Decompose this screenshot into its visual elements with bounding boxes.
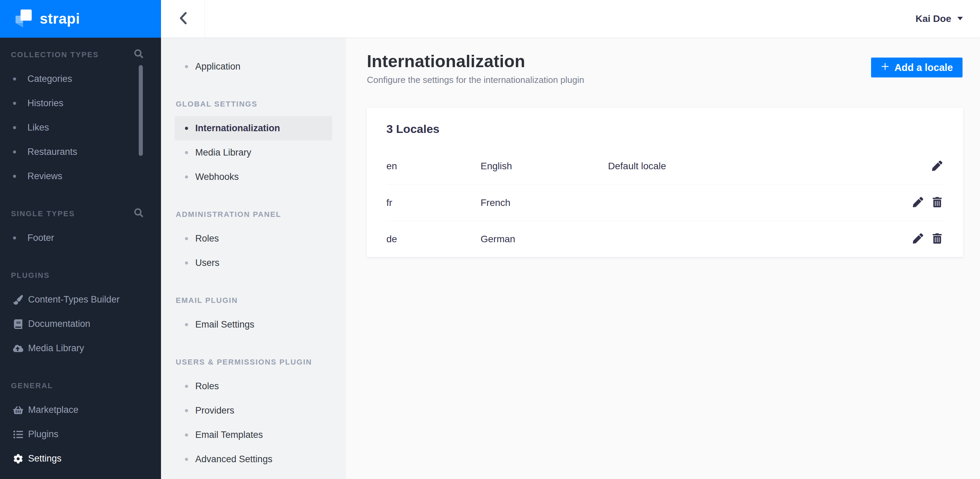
- settings-section-users-permissions: USERS & PERMISSIONS PLUGIN: [161, 350, 346, 374]
- locale-name: English: [480, 161, 608, 172]
- sidebar-item-media-library[interactable]: Media Library: [0, 336, 161, 360]
- plus-icon: [881, 62, 889, 73]
- section-label: COLLECTION TYPES: [11, 50, 99, 59]
- trash-icon: [932, 233, 942, 245]
- settings-nav-email-templates[interactable]: Email Templates: [175, 423, 332, 447]
- bullet-icon: [185, 433, 188, 436]
- settings-nav-media-library[interactable]: Media Library: [175, 140, 332, 165]
- locale-code: fr: [387, 197, 480, 208]
- shopping-basket-icon: [13, 405, 23, 415]
- list-icon: [13, 429, 23, 439]
- page-title: Internationalization: [367, 51, 584, 71]
- gear-icon: [13, 454, 23, 464]
- bullet-icon: [185, 323, 188, 326]
- book-icon: [13, 319, 23, 329]
- locales-card: 3 Locales en English Default locale fr: [367, 108, 963, 257]
- settings-sidebar: Application GLOBAL SETTINGS Internationa…: [161, 38, 346, 479]
- bullet-icon: [13, 126, 16, 129]
- paint-brush-icon: [13, 294, 23, 305]
- main-content: Internationalization Configure the setti…: [346, 38, 980, 479]
- locales-count-title: 3 Locales: [387, 108, 944, 136]
- locale-row-fr: fr French: [387, 185, 944, 221]
- section-general: GENERAL Marketplace Plugins Settings: [0, 374, 161, 471]
- sidebar-item-restaurants[interactable]: Restaurants: [0, 140, 161, 164]
- settings-nav-email-settings[interactable]: Email Settings: [175, 312, 332, 337]
- bullet-icon: [185, 127, 188, 130]
- back-button[interactable]: [161, 0, 205, 37]
- bullet-icon: [185, 261, 188, 264]
- top-header: Kai Doe: [161, 0, 980, 38]
- strapi-logo-icon: [14, 8, 33, 29]
- edit-locale-button[interactable]: [912, 196, 924, 209]
- locale-row-de: de German: [387, 221, 944, 257]
- sidebar-item-content-types-builder[interactable]: Content-Types Builder: [0, 288, 161, 312]
- add-locale-button[interactable]: Add a locale: [871, 57, 963, 78]
- brand-name: strapi: [40, 11, 80, 27]
- search-icon[interactable]: [134, 49, 143, 60]
- sidebar-item-marketplace[interactable]: Marketplace: [0, 398, 161, 422]
- bullet-icon: [13, 236, 16, 240]
- strapi-logo[interactable]: strapi: [0, 0, 161, 38]
- bullet-icon: [13, 102, 16, 105]
- section-collection-types: COLLECTION TYPES Categories Histories Li…: [0, 43, 161, 188]
- bullet-icon: [185, 458, 188, 461]
- settings-nav-providers[interactable]: Providers: [175, 398, 332, 423]
- cloud-upload-icon: [13, 343, 23, 353]
- pencil-icon: [913, 197, 923, 208]
- sidebar-item-reviews[interactable]: Reviews: [0, 164, 161, 188]
- settings-nav-admin-roles[interactable]: Roles: [175, 226, 332, 251]
- locale-code: de: [387, 234, 480, 245]
- sidebar-item-likes[interactable]: Likes: [0, 115, 161, 140]
- section-single-types: SINGLE TYPES Footer: [0, 202, 161, 250]
- trash-icon: [932, 197, 942, 208]
- search-icon[interactable]: [134, 208, 143, 219]
- delete-locale-button[interactable]: [931, 232, 944, 246]
- section-plugins: PLUGINS Content-Types Builder Documentat…: [0, 263, 161, 360]
- settings-nav-internationalization[interactable]: Internationalization: [175, 116, 332, 140]
- chevron-left-icon: [178, 11, 188, 26]
- bullet-icon: [185, 175, 188, 178]
- bullet-icon: [13, 78, 16, 81]
- sidebar-item-footer[interactable]: Footer: [0, 226, 161, 250]
- bullet-icon: [185, 65, 188, 68]
- settings-section-admin-panel: ADMINISTRATION PANEL: [161, 202, 346, 226]
- bullet-icon: [185, 237, 188, 240]
- sidebar-item-documentation[interactable]: Documentation: [0, 312, 161, 336]
- locale-code: en: [387, 161, 480, 172]
- settings-section-email-plugin: EMAIL PLUGIN: [161, 288, 346, 312]
- settings-nav-webhooks[interactable]: Webhooks: [175, 165, 332, 189]
- page-subtitle: Configure the settings for the internati…: [367, 75, 584, 85]
- settings-nav-up-roles[interactable]: Roles: [175, 374, 332, 398]
- locale-name: German: [480, 234, 608, 245]
- chevron-down-icon: [958, 16, 963, 22]
- bullet-icon: [185, 151, 188, 154]
- section-label: PLUGINS: [11, 271, 50, 280]
- section-label: GENERAL: [11, 381, 53, 390]
- sidebar-item-settings[interactable]: Settings: [0, 446, 161, 471]
- sidebar-item-histories[interactable]: Histories: [0, 91, 161, 115]
- user-name: Kai Doe: [916, 13, 951, 24]
- delete-locale-button[interactable]: [931, 196, 944, 209]
- settings-nav-advanced-settings[interactable]: Advanced Settings: [175, 447, 332, 471]
- main-sidebar: strapi COLLECTION TYPES Categories Histo…: [0, 0, 161, 479]
- sidebar-scrollbar[interactable]: [139, 65, 143, 156]
- locale-default-badge: Default locale: [608, 161, 931, 172]
- settings-nav-application[interactable]: Application: [175, 54, 332, 79]
- locale-name: French: [480, 197, 608, 208]
- section-label: SINGLE TYPES: [11, 209, 75, 218]
- sidebar-item-plugins[interactable]: Plugins: [0, 422, 161, 446]
- bullet-icon: [185, 409, 188, 412]
- edit-locale-button[interactable]: [931, 160, 944, 173]
- locale-row-en: en English Default locale: [387, 148, 944, 185]
- bullet-icon: [13, 150, 16, 153]
- user-menu[interactable]: Kai Doe: [916, 0, 963, 37]
- bullet-icon: [185, 385, 188, 388]
- bullet-icon: [13, 175, 16, 178]
- settings-nav-admin-users[interactable]: Users: [175, 251, 332, 275]
- sidebar-item-categories[interactable]: Categories: [0, 67, 161, 91]
- pencil-icon: [932, 161, 942, 172]
- settings-section-global: GLOBAL SETTINGS: [161, 92, 346, 116]
- pencil-icon: [913, 233, 923, 245]
- edit-locale-button[interactable]: [912, 232, 924, 246]
